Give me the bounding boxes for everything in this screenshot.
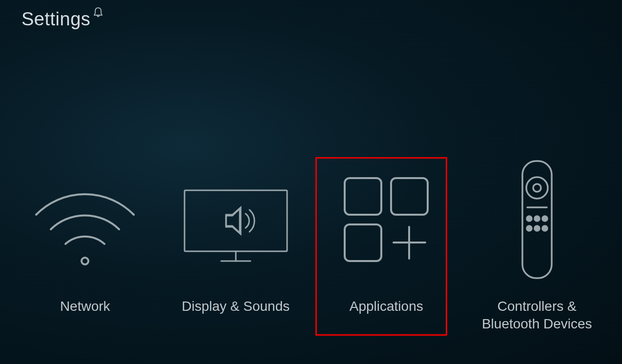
svg-point-0 bbox=[82, 258, 88, 264]
svg-point-16 bbox=[527, 226, 532, 231]
settings-tiles-row: Network Display & Sounds bbox=[0, 156, 622, 333]
tile-display-sounds-label: Display & Sounds bbox=[182, 298, 290, 315]
svg-point-18 bbox=[542, 226, 547, 231]
svg-point-10 bbox=[526, 177, 548, 199]
apps-icon bbox=[335, 156, 437, 283]
notification-bell-icon[interactable] bbox=[93, 7, 103, 20]
tile-network-label: Network bbox=[60, 298, 110, 315]
svg-point-11 bbox=[533, 184, 541, 192]
svg-rect-6 bbox=[345, 224, 381, 261]
tile-display-sounds[interactable]: Display & Sounds bbox=[163, 156, 309, 315]
tile-applications-label: Applications bbox=[350, 298, 423, 315]
tile-network[interactable]: Network bbox=[12, 156, 158, 315]
settings-header: Settings bbox=[21, 9, 103, 30]
svg-point-13 bbox=[527, 216, 532, 221]
remote-icon bbox=[508, 156, 566, 283]
tile-applications[interactable]: Applications bbox=[313, 156, 459, 315]
tile-controllers-bluetooth[interactable]: Controllers & Bluetooth Devices bbox=[464, 156, 610, 333]
tile-controllers-bluetooth-label: Controllers & Bluetooth Devices bbox=[482, 298, 592, 333]
svg-rect-4 bbox=[345, 178, 381, 215]
svg-point-15 bbox=[542, 216, 547, 221]
display-sound-icon bbox=[175, 156, 297, 283]
wifi-icon bbox=[29, 156, 141, 283]
svg-point-14 bbox=[535, 216, 539, 221]
svg-rect-5 bbox=[391, 178, 428, 215]
page-title: Settings bbox=[21, 9, 90, 30]
svg-point-17 bbox=[535, 226, 539, 231]
